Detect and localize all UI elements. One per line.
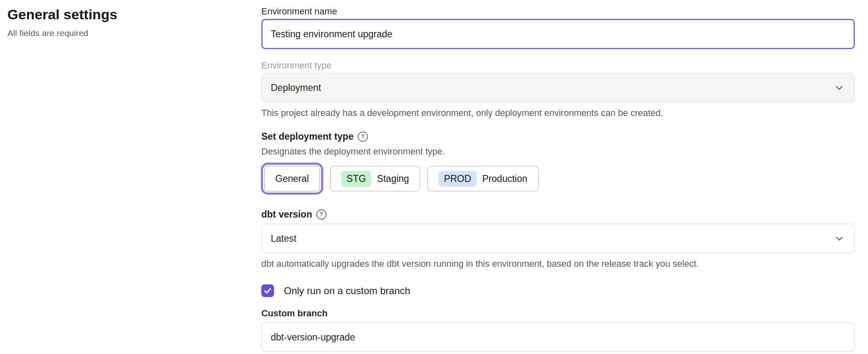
dbt-version-select[interactable]: Latest [261,224,855,253]
deployment-type-helper: Designates the deployment environment ty… [261,146,855,157]
production-button-label: Production [482,173,528,184]
custom-branch-label: Custom branch [261,308,855,319]
environment-name-input[interactable] [261,19,855,49]
dbt-version-value: Latest [271,233,297,244]
environment-type-value: Deployment [271,82,321,93]
checkmark-icon [263,286,272,295]
staging-badge: STG [341,171,371,187]
dbt-version-label: dbt version [261,208,312,220]
deployment-type-options: General STG Staging PROD Production [261,163,855,194]
custom-branch-checkbox-label: Only run on a custom branch [284,285,410,297]
custom-branch-checkbox[interactable] [261,284,274,297]
general-settings-page: General settings All fields are required… [0,0,868,354]
chevron-down-icon [835,234,844,243]
environment-type-helper: This project already has a development e… [261,107,855,119]
environment-type-label: Environment type [261,60,855,71]
dbt-version-helper: dbt automatically upgrades the dbt versi… [261,258,855,270]
deployment-type-label: Set deployment type [261,130,354,143]
page-title: General settings [7,7,237,23]
staging-button-label: Staging [377,173,409,184]
page-subtitle: All fields are required [7,28,237,38]
deployment-type-production-button[interactable]: PROD Production [427,166,538,191]
deployment-type-section-label: Set deployment type ? [261,130,855,143]
custom-branch-checkbox-row[interactable]: Only run on a custom branch [261,284,855,297]
environment-type-select[interactable]: Deployment [261,73,855,102]
dbt-version-section-label: dbt version ? [261,208,855,220]
production-badge: PROD [439,171,476,187]
chevron-down-icon [835,83,844,92]
deployment-type-general-button[interactable]: General [264,166,320,191]
general-button-label: General [275,173,309,184]
help-icon[interactable]: ? [358,132,368,142]
custom-branch-input[interactable] [261,322,855,352]
environment-name-label: Environment name [261,6,855,17]
settings-header: General settings All fields are required [7,7,237,38]
environment-settings-form: Environment name Environment type Deploy… [261,6,855,352]
deployment-type-staging-button[interactable]: STG Staging [330,166,420,191]
help-icon[interactable]: ? [316,209,327,220]
